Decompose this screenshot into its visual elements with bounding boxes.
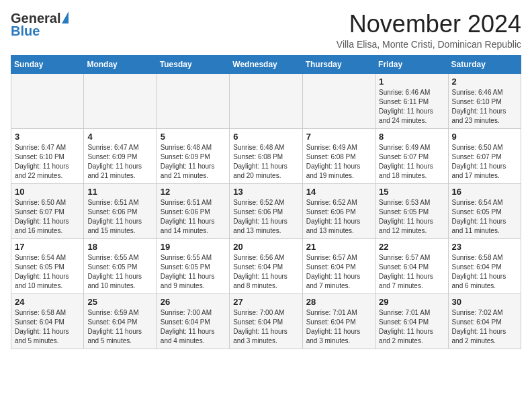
day-number: 9	[452, 132, 517, 142]
day-number: 4	[87, 132, 152, 142]
calendar-cell: 7Sunrise: 6:49 AM Sunset: 6:08 PM Daylig…	[302, 128, 375, 183]
calendar-cell: 1Sunrise: 6:46 AM Sunset: 6:11 PM Daylig…	[375, 73, 448, 128]
cell-info: Sunrise: 7:00 AM Sunset: 6:04 PM Dayligh…	[161, 308, 226, 346]
logo-triangle-icon	[62, 11, 69, 24]
cell-info: Sunrise: 6:49 AM Sunset: 6:08 PM Dayligh…	[306, 143, 371, 181]
cell-info: Sunrise: 6:51 AM Sunset: 6:06 PM Dayligh…	[87, 198, 152, 236]
day-number: 25	[87, 297, 152, 307]
calendar-cell: 30Sunrise: 7:02 AM Sunset: 6:04 PM Dayli…	[448, 293, 521, 349]
month-title: November 2024	[337, 11, 521, 38]
page-header: General Blue November 2024 Villa Elisa, …	[11, 11, 521, 50]
cell-info: Sunrise: 6:57 AM Sunset: 6:04 PM Dayligh…	[306, 253, 371, 291]
calendar-cell	[11, 73, 84, 128]
cell-info: Sunrise: 6:52 AM Sunset: 6:06 PM Dayligh…	[306, 198, 371, 236]
calendar-week-3: 10Sunrise: 6:50 AM Sunset: 6:07 PM Dayli…	[11, 183, 521, 238]
calendar-body: 1Sunrise: 6:46 AM Sunset: 6:11 PM Daylig…	[11, 73, 521, 349]
day-number: 17	[15, 242, 80, 252]
cell-info: Sunrise: 6:48 AM Sunset: 6:09 PM Dayligh…	[161, 143, 226, 181]
logo-blue-text: Blue	[11, 24, 40, 38]
cell-info: Sunrise: 6:49 AM Sunset: 6:07 PM Dayligh…	[379, 143, 444, 181]
day-number: 27	[233, 297, 298, 307]
calendar-cell	[84, 73, 157, 128]
calendar-cell	[302, 73, 375, 128]
cell-info: Sunrise: 6:55 AM Sunset: 6:05 PM Dayligh…	[161, 253, 226, 291]
calendar-cell: 27Sunrise: 7:00 AM Sunset: 6:04 PM Dayli…	[230, 293, 302, 349]
cell-info: Sunrise: 6:51 AM Sunset: 6:06 PM Dayligh…	[161, 198, 226, 236]
calendar-cell: 4Sunrise: 6:47 AM Sunset: 6:09 PM Daylig…	[84, 128, 157, 183]
calendar-cell: 20Sunrise: 6:56 AM Sunset: 6:04 PM Dayli…	[230, 238, 302, 293]
calendar-table: SundayMondayTuesdayWednesdayThursdayFrid…	[11, 55, 521, 349]
calendar-cell: 6Sunrise: 6:48 AM Sunset: 6:08 PM Daylig…	[230, 128, 302, 183]
calendar-cell: 19Sunrise: 6:55 AM Sunset: 6:05 PM Dayli…	[157, 238, 229, 293]
cell-info: Sunrise: 7:01 AM Sunset: 6:04 PM Dayligh…	[306, 308, 371, 346]
day-number: 1	[379, 77, 444, 87]
calendar-week-5: 24Sunrise: 6:58 AM Sunset: 6:04 PM Dayli…	[11, 293, 521, 349]
calendar-cell: 15Sunrise: 6:53 AM Sunset: 6:05 PM Dayli…	[375, 183, 448, 238]
header-tuesday: Tuesday	[157, 55, 229, 73]
calendar-cell: 29Sunrise: 7:01 AM Sunset: 6:04 PM Dayli…	[375, 293, 448, 349]
day-number: 22	[379, 242, 444, 252]
cell-info: Sunrise: 6:59 AM Sunset: 6:04 PM Dayligh…	[87, 308, 152, 346]
calendar-cell: 10Sunrise: 6:50 AM Sunset: 6:07 PM Dayli…	[11, 183, 84, 238]
cell-info: Sunrise: 7:02 AM Sunset: 6:04 PM Dayligh…	[452, 308, 517, 346]
day-number: 15	[379, 187, 444, 197]
day-number: 18	[87, 242, 152, 252]
cell-info: Sunrise: 6:48 AM Sunset: 6:08 PM Dayligh…	[233, 143, 298, 181]
cell-info: Sunrise: 6:50 AM Sunset: 6:07 PM Dayligh…	[452, 143, 517, 181]
header-wednesday: Wednesday	[230, 55, 302, 73]
calendar-week-1: 1Sunrise: 6:46 AM Sunset: 6:11 PM Daylig…	[11, 73, 521, 128]
calendar-cell: 14Sunrise: 6:52 AM Sunset: 6:06 PM Dayli…	[302, 183, 375, 238]
day-number: 23	[452, 242, 517, 252]
logo: General Blue	[11, 11, 69, 39]
calendar-cell: 22Sunrise: 6:57 AM Sunset: 6:04 PM Dayli…	[375, 238, 448, 293]
header-friday: Friday	[375, 55, 448, 73]
calendar-cell: 25Sunrise: 6:59 AM Sunset: 6:04 PM Dayli…	[84, 293, 157, 349]
day-number: 2	[452, 77, 517, 87]
calendar-cell: 24Sunrise: 6:58 AM Sunset: 6:04 PM Dayli…	[11, 293, 84, 349]
calendar-cell	[230, 73, 302, 128]
day-number: 10	[15, 187, 80, 197]
calendar-cell: 13Sunrise: 6:52 AM Sunset: 6:06 PM Dayli…	[230, 183, 302, 238]
cell-info: Sunrise: 6:50 AM Sunset: 6:07 PM Dayligh…	[15, 198, 80, 236]
calendar-header-row: SundayMondayTuesdayWednesdayThursdayFrid…	[11, 55, 521, 73]
calendar-cell: 9Sunrise: 6:50 AM Sunset: 6:07 PM Daylig…	[448, 128, 521, 183]
cell-info: Sunrise: 7:00 AM Sunset: 6:04 PM Dayligh…	[233, 308, 298, 346]
day-number: 3	[15, 132, 80, 142]
day-number: 21	[306, 242, 371, 252]
day-number: 12	[161, 187, 226, 197]
day-number: 20	[233, 242, 298, 252]
day-number: 14	[306, 187, 371, 197]
location-subtitle: Villa Elisa, Monte Cristi, Dominican Rep…	[337, 39, 521, 50]
calendar-cell	[157, 73, 229, 128]
header-monday: Monday	[84, 55, 157, 73]
calendar-cell: 21Sunrise: 6:57 AM Sunset: 6:04 PM Dayli…	[302, 238, 375, 293]
calendar-cell: 5Sunrise: 6:48 AM Sunset: 6:09 PM Daylig…	[157, 128, 229, 183]
calendar-cell: 12Sunrise: 6:51 AM Sunset: 6:06 PM Dayli…	[157, 183, 229, 238]
cell-info: Sunrise: 6:57 AM Sunset: 6:04 PM Dayligh…	[379, 253, 444, 291]
cell-info: Sunrise: 6:58 AM Sunset: 6:04 PM Dayligh…	[452, 253, 517, 291]
cell-info: Sunrise: 7:01 AM Sunset: 6:04 PM Dayligh…	[379, 308, 444, 346]
calendar-cell: 18Sunrise: 6:55 AM Sunset: 6:05 PM Dayli…	[84, 238, 157, 293]
calendar-cell: 16Sunrise: 6:54 AM Sunset: 6:05 PM Dayli…	[448, 183, 521, 238]
title-block: November 2024 Villa Elisa, Monte Cristi,…	[337, 11, 521, 50]
calendar-cell: 3Sunrise: 6:47 AM Sunset: 6:10 PM Daylig…	[11, 128, 84, 183]
day-number: 7	[306, 132, 371, 142]
day-number: 19	[161, 242, 226, 252]
cell-info: Sunrise: 6:46 AM Sunset: 6:10 PM Dayligh…	[452, 88, 517, 126]
calendar-cell: 2Sunrise: 6:46 AM Sunset: 6:10 PM Daylig…	[448, 73, 521, 128]
cell-info: Sunrise: 6:58 AM Sunset: 6:04 PM Dayligh…	[15, 308, 80, 346]
cell-info: Sunrise: 6:47 AM Sunset: 6:10 PM Dayligh…	[15, 143, 80, 181]
day-number: 6	[233, 132, 298, 142]
calendar-cell: 17Sunrise: 6:54 AM Sunset: 6:05 PM Dayli…	[11, 238, 84, 293]
day-number: 13	[233, 187, 298, 197]
day-number: 28	[306, 297, 371, 307]
day-number: 30	[452, 297, 517, 307]
day-number: 26	[161, 297, 226, 307]
calendar-cell: 8Sunrise: 6:49 AM Sunset: 6:07 PM Daylig…	[375, 128, 448, 183]
day-number: 5	[161, 132, 226, 142]
calendar-cell: 26Sunrise: 7:00 AM Sunset: 6:04 PM Dayli…	[157, 293, 229, 349]
day-number: 11	[87, 187, 152, 197]
day-number: 24	[15, 297, 80, 307]
calendar-cell: 23Sunrise: 6:58 AM Sunset: 6:04 PM Dayli…	[448, 238, 521, 293]
cell-info: Sunrise: 6:55 AM Sunset: 6:05 PM Dayligh…	[87, 253, 152, 291]
